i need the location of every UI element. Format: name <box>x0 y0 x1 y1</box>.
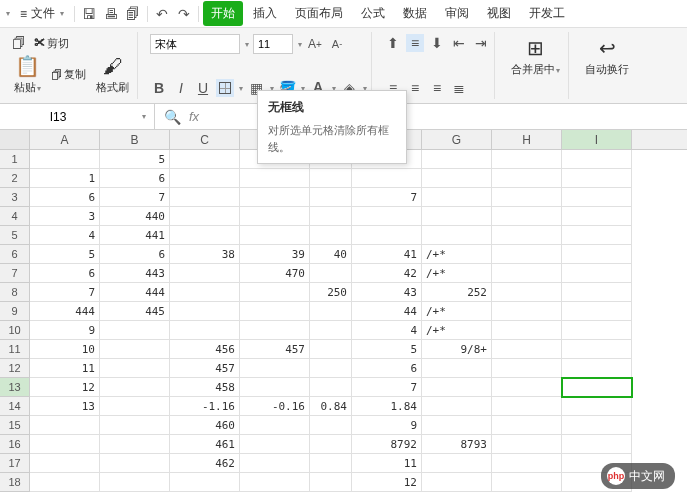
cell[interactable] <box>100 340 170 359</box>
cell[interactable] <box>562 302 632 321</box>
cell[interactable] <box>562 378 632 397</box>
cell[interactable] <box>562 397 632 416</box>
cell[interactable] <box>310 302 352 321</box>
cell[interactable] <box>352 226 422 245</box>
cell[interactable]: 42 <box>352 264 422 283</box>
col-header-A[interactable]: A <box>30 130 100 149</box>
cell[interactable]: 1.84 <box>352 397 422 416</box>
cell[interactable]: 5 <box>100 150 170 169</box>
tab-formula[interactable]: 公式 <box>353 1 393 26</box>
cell[interactable] <box>100 454 170 473</box>
cell[interactable] <box>562 435 632 454</box>
cell[interactable] <box>100 397 170 416</box>
cell[interactable]: 13 <box>30 397 100 416</box>
cell[interactable]: /+* <box>422 245 492 264</box>
cell[interactable]: 440 <box>100 207 170 226</box>
tab-home[interactable]: 开始 <box>203 1 243 26</box>
print-preview-icon[interactable]: 🗐 <box>123 4 143 24</box>
cell[interactable]: 4 <box>30 226 100 245</box>
cell[interactable]: 43 <box>352 283 422 302</box>
cell[interactable] <box>352 207 422 226</box>
decrease-font-icon[interactable]: A- <box>328 35 346 53</box>
cell[interactable]: 444 <box>100 283 170 302</box>
cell[interactable] <box>170 473 240 492</box>
cell[interactable]: 10 <box>30 340 100 359</box>
row-header[interactable]: 18 <box>0 473 30 492</box>
row-header[interactable]: 17 <box>0 454 30 473</box>
cell[interactable] <box>562 226 632 245</box>
cell[interactable] <box>30 150 100 169</box>
cell[interactable]: 8793 <box>422 435 492 454</box>
cell[interactable] <box>310 454 352 473</box>
cell[interactable] <box>562 207 632 226</box>
col-header-I[interactable]: I <box>562 130 632 149</box>
italic-icon[interactable]: I <box>172 79 190 97</box>
zoom-icon[interactable]: 🔍 <box>163 108 181 126</box>
cell[interactable]: 39 <box>240 245 310 264</box>
font-size-select[interactable] <box>253 34 293 54</box>
row-header[interactable]: 15 <box>0 416 30 435</box>
align-right-icon[interactable]: ≡ <box>428 79 446 97</box>
col-header-C[interactable]: C <box>170 130 240 149</box>
undo-icon[interactable]: ↶ <box>152 4 172 24</box>
col-header-G[interactable]: G <box>422 130 492 149</box>
cell[interactable] <box>240 416 310 435</box>
cell[interactable] <box>100 321 170 340</box>
cell[interactable] <box>100 359 170 378</box>
cell[interactable] <box>492 416 562 435</box>
decrease-indent-icon[interactable]: ⇤ <box>450 34 468 52</box>
tab-review[interactable]: 审阅 <box>437 1 477 26</box>
cell[interactable]: 44 <box>352 302 422 321</box>
row-header[interactable]: 1 <box>0 150 30 169</box>
cell[interactable]: -1.16 <box>170 397 240 416</box>
cell[interactable] <box>562 359 632 378</box>
cell[interactable]: 0.84 <box>310 397 352 416</box>
cell[interactable] <box>562 150 632 169</box>
cell[interactable]: 441 <box>100 226 170 245</box>
cell[interactable]: 445 <box>100 302 170 321</box>
tab-developer[interactable]: 开发工 <box>521 1 573 26</box>
cell[interactable]: 456 <box>170 340 240 359</box>
row-header[interactable]: 5 <box>0 226 30 245</box>
print-icon[interactable]: 🖶 <box>101 4 121 24</box>
cell[interactable] <box>240 359 310 378</box>
row-header[interactable]: 3 <box>0 188 30 207</box>
save-icon[interactable]: 🖫 <box>79 4 99 24</box>
row-header[interactable]: 13 <box>0 378 30 397</box>
bold-icon[interactable]: B <box>150 79 168 97</box>
name-box-input[interactable] <box>8 110 108 124</box>
row-header[interactable]: 6 <box>0 245 30 264</box>
cell[interactable]: 7 <box>352 378 422 397</box>
cell[interactable] <box>422 207 492 226</box>
cell[interactable] <box>100 378 170 397</box>
cell[interactable] <box>422 226 492 245</box>
row-header[interactable]: 7 <box>0 264 30 283</box>
increase-font-icon[interactable]: A+ <box>306 35 324 53</box>
cell[interactable] <box>562 264 632 283</box>
cell[interactable] <box>240 169 310 188</box>
cell[interactable] <box>562 169 632 188</box>
cell[interactable] <box>30 435 100 454</box>
cell[interactable] <box>310 207 352 226</box>
cell[interactable]: 457 <box>170 359 240 378</box>
cell[interactable] <box>30 454 100 473</box>
border-icon[interactable] <box>216 79 234 97</box>
file-menu[interactable]: ≡ 文件 ▾ <box>14 3 70 24</box>
cell[interactable]: 252 <box>422 283 492 302</box>
cell[interactable] <box>562 188 632 207</box>
cell[interactable]: 4 <box>352 321 422 340</box>
chevron-down-icon[interactable]: ▾ <box>245 40 249 49</box>
cell[interactable] <box>240 378 310 397</box>
spreadsheet-grid[interactable]: A B C D E F G H I 1521636774344054441656… <box>0 130 687 492</box>
cell[interactable] <box>422 416 492 435</box>
cell[interactable] <box>422 150 492 169</box>
name-box[interactable]: ▾ <box>0 104 155 129</box>
cell[interactable]: 5 <box>30 245 100 264</box>
font-name-select[interactable] <box>150 34 240 54</box>
cell[interactable] <box>100 435 170 454</box>
cell[interactable] <box>310 321 352 340</box>
cell[interactable]: 6 <box>352 359 422 378</box>
cell[interactable] <box>422 188 492 207</box>
cell[interactable] <box>30 416 100 435</box>
cell[interactable] <box>492 378 562 397</box>
